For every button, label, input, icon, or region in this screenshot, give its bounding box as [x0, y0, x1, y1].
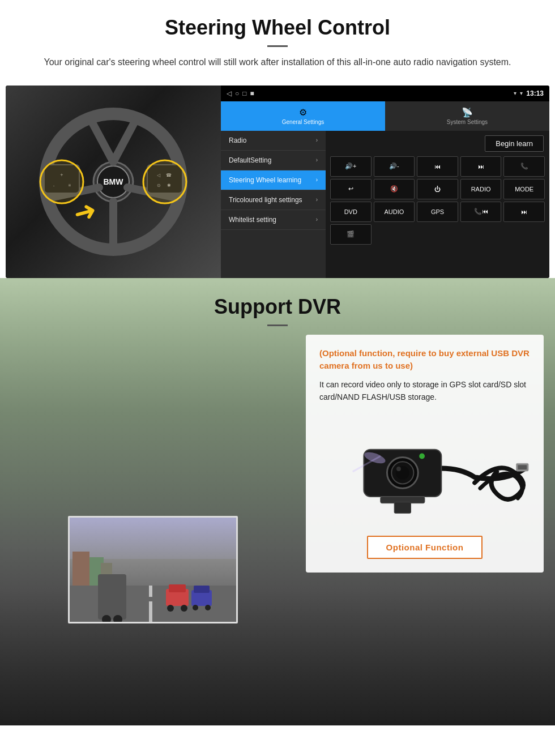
- android-status-bar: ◁ ○ □ ■ ▾ ▾ 13:13: [221, 86, 549, 101]
- inset-scene-svg: [70, 518, 238, 623]
- next-icon: ⏭: [478, 163, 484, 170]
- gps-label: GPS: [431, 208, 444, 215]
- android-ui-mockup: ◁ ○ □ ■ ▾ ▾ 13:13 ⚙ General Settings 📡 S…: [221, 86, 549, 278]
- control-buttons-grid: 🔊+ 🔊- ⏮ ⏭ 📞: [326, 156, 549, 248]
- dvr-inset-photo: [68, 516, 238, 623]
- vol-up-icon: 🔊+: [345, 163, 356, 170]
- begin-learn-button[interactable]: Begin learn: [485, 135, 544, 152]
- android-menu: Radio › DefaultSetting › Steering Wheel …: [221, 131, 326, 278]
- phone-prev-icon: 📞⏮: [474, 208, 488, 215]
- menu-item-whitelist[interactable]: Whitelist setting ›: [221, 210, 326, 230]
- chevron-icon-default: ›: [316, 157, 318, 163]
- section-subtitle: Your original car's steering wheel contr…: [34, 55, 521, 70]
- dvr-camera-svg: [319, 415, 530, 523]
- vol-up-button[interactable]: 🔊+: [330, 156, 372, 177]
- menu-item-steering[interactable]: Steering Wheel learning ›: [221, 170, 326, 190]
- system-settings-icon: 📡: [462, 107, 473, 118]
- dvr-camera-illustration: [319, 412, 530, 526]
- android-content-area: Radio › DefaultSetting › Steering Wheel …: [221, 131, 549, 278]
- recent-icon: □: [242, 89, 246, 97]
- extra-button[interactable]: 🎬: [330, 224, 372, 245]
- android-right-panel: Begin learn 🔊+ 🔊- ⏮: [326, 131, 549, 278]
- phone-prev-button[interactable]: 📞⏮: [460, 202, 502, 222]
- chevron-icon-whitelist: ›: [316, 216, 318, 223]
- svg-rect-35: [70, 586, 238, 623]
- dvr-optional-text: (Optional function, require to buy exter…: [319, 347, 530, 373]
- tab-general-settings[interactable]: ⚙ General Settings: [221, 101, 385, 131]
- page-title: Steering Wheel Control: [23, 16, 532, 40]
- back-call-icon: ↩: [348, 185, 353, 193]
- radio-label: RADIO: [471, 186, 491, 193]
- vol-down-button[interactable]: 🔊-: [374, 156, 415, 177]
- chevron-icon-radio: ›: [316, 137, 318, 143]
- next-track-button[interactable]: ⏭: [460, 156, 502, 177]
- mute-button[interactable]: 🔇: [374, 179, 415, 199]
- menu-whitelist-label: Whitelist setting: [229, 216, 276, 224]
- android-tabs: ⚙ General Settings 📡 System Settings: [221, 101, 549, 131]
- dvr-title: Support DVR: [23, 295, 532, 319]
- optional-function-button[interactable]: Optional Function: [367, 536, 483, 559]
- dvr-divider: [267, 324, 288, 326]
- chevron-icon-steering: ›: [316, 177, 318, 183]
- back-button[interactable]: ↩: [330, 179, 372, 199]
- menu-default-label: DefaultSetting: [229, 156, 271, 164]
- svg-rect-47: [98, 574, 126, 620]
- dvr-title-area: Support DVR: [0, 278, 555, 332]
- dvr-info-card: (Optional function, require to buy exter…: [306, 335, 544, 573]
- menu-radio-label: Radio: [229, 136, 246, 144]
- tab-general-label: General Settings: [282, 119, 325, 125]
- svg-rect-44: [194, 586, 210, 593]
- dvd-label: DVD: [344, 208, 357, 215]
- steering-wheel-graphic: BMW + - ≡ ◁ ☎ ⊙ ✱: [34, 102, 193, 261]
- title-divider: [267, 45, 288, 47]
- tab-system-settings[interactable]: 📡 System Settings: [385, 101, 549, 131]
- svg-rect-40: [169, 584, 186, 592]
- phone-button[interactable]: 📞: [503, 156, 545, 177]
- extra-icon: 🎬: [347, 230, 355, 238]
- svg-rect-38: [149, 613, 152, 623]
- wifi-icon: ▾: [520, 90, 523, 96]
- svg-line-5: [113, 119, 136, 162]
- menu-icon: ■: [250, 89, 254, 97]
- svg-point-46: [205, 605, 211, 610]
- radio-button[interactable]: RADIO: [460, 179, 502, 199]
- mode-label: MODE: [515, 186, 533, 193]
- vol-down-icon: 🔊-: [389, 163, 399, 170]
- svg-rect-36: [149, 586, 152, 597]
- section-title-area: Steering Wheel Control Your original car…: [0, 0, 555, 75]
- phone-icon: 📞: [520, 163, 528, 170]
- menu-tricoloured-label: Tricoloured light settings: [229, 196, 302, 204]
- power-button[interactable]: ⏻: [417, 179, 458, 199]
- svg-point-27: [419, 454, 425, 459]
- prev-track-button[interactable]: ⏮: [417, 156, 458, 177]
- swc-demo-container: BMW + - ≡ ◁ ☎ ⊙ ✱: [6, 86, 549, 278]
- signal-icon: ▾: [514, 90, 516, 96]
- status-time: 13:13: [526, 89, 544, 97]
- svg-rect-32: [72, 552, 89, 591]
- dvr-section: Support DVR (Optional function, require …: [0, 278, 555, 725]
- skip-next-button[interactable]: ⏭: [503, 202, 545, 222]
- svg-point-19: [143, 160, 186, 203]
- menu-item-default[interactable]: DefaultSetting ›: [221, 151, 326, 170]
- general-settings-icon: ⚙: [299, 107, 307, 118]
- skip-next-icon: ⏭: [521, 208, 527, 215]
- chevron-icon-tricoloured: ›: [316, 197, 318, 203]
- svg-point-42: [181, 605, 187, 612]
- mode-button[interactable]: MODE: [503, 179, 545, 199]
- dvd-button[interactable]: DVD: [330, 202, 372, 222]
- svg-point-45: [193, 605, 198, 610]
- menu-item-radio[interactable]: Radio ›: [221, 131, 326, 151]
- svg-rect-37: [149, 601, 152, 613]
- mute-icon: 🔇: [390, 185, 398, 193]
- prev-icon: ⏮: [434, 163, 441, 170]
- menu-item-tricoloured[interactable]: Tricoloured light settings ›: [221, 190, 326, 210]
- svg-line-4: [91, 119, 113, 162]
- gps-button[interactable]: GPS: [417, 202, 458, 222]
- begin-learn-row: Begin learn: [326, 131, 549, 156]
- menu-steering-label: Steering Wheel learning: [229, 176, 301, 184]
- audio-button[interactable]: AUDIO: [374, 202, 415, 222]
- svg-rect-29: [394, 502, 411, 514]
- svg-rect-21: [518, 465, 527, 470]
- dvr-description: It can record video only to storage in G…: [319, 378, 530, 404]
- svg-text:BMW: BMW: [104, 177, 124, 186]
